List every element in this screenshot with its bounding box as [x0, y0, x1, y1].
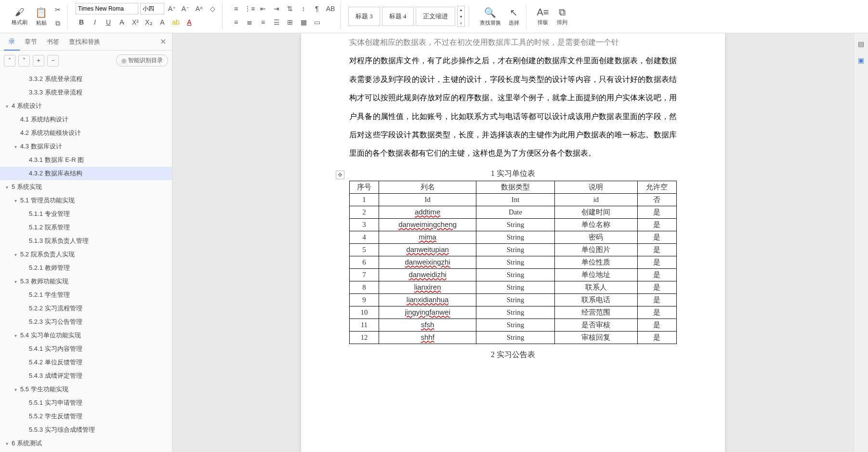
- font-size-select[interactable]: [140, 3, 164, 14]
- style-heading3[interactable]: 标题 3: [348, 7, 380, 26]
- smart-toc-button[interactable]: ◎ 智能识别目录: [116, 54, 168, 66]
- outline-item[interactable]: ▾5.2 院系负责人实现: [0, 248, 172, 261]
- table-cell[interactable]: String: [476, 231, 554, 243]
- align-left-button[interactable]: ≡: [230, 16, 242, 28]
- table-cell[interactable]: String: [476, 319, 554, 331]
- table-cell[interactable]: Int: [476, 193, 554, 206]
- table-cell[interactable]: 1: [350, 193, 379, 206]
- number-list-button[interactable]: ⋮≡: [244, 3, 255, 14]
- outline-item[interactable]: 4.1 系统结构设计: [0, 113, 172, 126]
- table-cell[interactable]: String: [476, 243, 554, 256]
- outline-item[interactable]: 3.3.3 系统登录流程: [0, 86, 172, 99]
- text-direction-button[interactable]: AB: [325, 3, 336, 14]
- table-cell[interactable]: 9: [350, 293, 379, 306]
- change-case-button[interactable]: Aᵃ: [193, 3, 205, 14]
- outline-item[interactable]: 3.3.2 系统登录流程: [0, 72, 172, 86]
- align-right-button[interactable]: ≡: [257, 16, 269, 28]
- outline-up-button[interactable]: ˄: [4, 55, 15, 66]
- outline-item[interactable]: ▾5.1 管理员功能实现: [0, 194, 172, 207]
- outline-item[interactable]: 5.4.2 单位反馈管理: [0, 356, 172, 369]
- outline-item[interactable]: 5.2.1 教师管理: [0, 261, 172, 275]
- table-cell[interactable]: danweidizhi: [379, 268, 476, 281]
- table-cell[interactable]: String: [476, 268, 554, 281]
- layout-button[interactable]: A≡ 排版: [534, 4, 552, 28]
- table-cell[interactable]: Date: [476, 206, 554, 218]
- bullet-list-button[interactable]: ≡: [230, 3, 242, 14]
- outline-item[interactable]: 4.3.2 数据库表结构: [0, 167, 172, 180]
- outline-item[interactable]: 4.2 系统功能模块设计: [0, 126, 172, 140]
- outline-item[interactable]: ▾4.3 数据库设计: [0, 140, 172, 153]
- border-button[interactable]: ▭: [311, 16, 323, 28]
- outline-item[interactable]: 5.1.1 专业管理: [0, 207, 172, 221]
- table-cell[interactable]: String: [476, 293, 554, 306]
- subscript-button[interactable]: X₂: [143, 16, 155, 28]
- grow-font-button[interactable]: A⁺: [166, 3, 178, 14]
- outline-item[interactable]: ▾5.4 实习单位功能实现: [0, 329, 172, 342]
- table-cell[interactable]: id: [554, 193, 637, 206]
- table-cell[interactable]: 11: [350, 319, 379, 331]
- table-cell[interactable]: 2: [350, 206, 379, 218]
- outline-item[interactable]: 5.4.3 成绩评定管理: [0, 369, 172, 383]
- table-cell[interactable]: 是: [637, 331, 676, 344]
- underline-button[interactable]: U: [103, 16, 114, 28]
- table-cell[interactable]: 6: [350, 256, 379, 268]
- outline-item[interactable]: ▾5 系统实现: [0, 180, 172, 194]
- table-cell[interactable]: 12: [350, 331, 379, 344]
- table-cell[interactable]: 密码: [554, 231, 637, 243]
- outline-item[interactable]: 5.2.1 学生管理: [0, 288, 172, 302]
- tab-bookmark[interactable]: 书签: [42, 34, 64, 50]
- table-cell[interactable]: danweixingzhi: [379, 256, 476, 268]
- copy-button[interactable]: ⧉: [52, 17, 64, 29]
- table-cell[interactable]: 是: [637, 206, 676, 218]
- table-cell[interactable]: 经营范围: [554, 306, 637, 319]
- table-cell[interactable]: sfsh: [379, 319, 476, 331]
- outline-item[interactable]: 6.1 测试的基本概念: [0, 450, 172, 452]
- table-cell[interactable]: 是否审核: [554, 319, 637, 331]
- sort-button[interactable]: ↕: [298, 3, 309, 14]
- outline-item[interactable]: 5.2.2 实习流程管理: [0, 302, 172, 315]
- table-cell[interactable]: 7: [350, 268, 379, 281]
- tab-find[interactable]: 查找和替换: [64, 34, 105, 50]
- show-marks-button[interactable]: ¶: [311, 3, 323, 14]
- table-cell[interactable]: String: [476, 256, 554, 268]
- table-cell[interactable]: 创建时间: [554, 206, 637, 218]
- table-cell[interactable]: 联系电话: [554, 293, 637, 306]
- table-cell[interactable]: 5: [350, 243, 379, 256]
- italic-button[interactable]: I: [89, 16, 101, 28]
- document-viewport[interactable]: 实体创建相应的数据表，不过在初次使用数据库工具的时候，是需要创建一个针 对程序的…: [172, 33, 854, 452]
- superscript-button[interactable]: X²: [130, 16, 141, 28]
- table-cell[interactable]: 10: [350, 306, 379, 319]
- table-cell[interactable]: jingyingfanwei: [379, 306, 476, 319]
- rail-icon-1[interactable]: ▤: [855, 38, 867, 50]
- table-cell[interactable]: 是: [637, 293, 676, 306]
- style-scroll[interactable]: ▴▾▿: [457, 6, 465, 27]
- table-cell[interactable]: danweitupian: [379, 243, 476, 256]
- table-cell[interactable]: String: [476, 331, 554, 344]
- align-center-button[interactable]: ≣: [244, 16, 255, 28]
- outline-item[interactable]: 5.2.3 实习公告管理: [0, 315, 172, 329]
- table-cell[interactable]: String: [476, 281, 554, 293]
- find-replace-button[interactable]: 🔍 查找替换: [477, 4, 504, 28]
- table-cell[interactable]: 审核回复: [554, 331, 637, 344]
- table-cell[interactable]: 是: [637, 306, 676, 319]
- distribute-button[interactable]: ⊞: [284, 16, 296, 28]
- arrange-button[interactable]: ⧉ 排列: [554, 4, 570, 28]
- outline-down-button[interactable]: ˅: [18, 55, 30, 66]
- bold-button[interactable]: B: [76, 16, 87, 28]
- outline-item[interactable]: 5.5.2 学生反馈管理: [0, 410, 172, 423]
- strike-button[interactable]: A̶: [116, 16, 128, 28]
- table-cell[interactable]: shhf: [379, 331, 476, 344]
- shading-button[interactable]: ▦: [298, 16, 309, 28]
- line-spacing-button[interactable]: ⇅: [284, 3, 296, 14]
- cut-button[interactable]: ✂: [52, 4, 64, 15]
- table-cell[interactable]: 单位名称: [554, 218, 637, 231]
- highlight-button[interactable]: ab: [170, 16, 182, 28]
- table-cell[interactable]: String: [476, 306, 554, 319]
- style-heading4[interactable]: 标题 4: [382, 7, 414, 26]
- table-cell[interactable]: 是: [637, 256, 676, 268]
- font-name-select[interactable]: [76, 3, 138, 14]
- table-cell[interactable]: 否: [637, 193, 676, 206]
- table-cell[interactable]: 单位地址: [554, 268, 637, 281]
- outline-item[interactable]: 5.4.1 实习内容管理: [0, 342, 172, 356]
- style-body-indent[interactable]: 正文缩进: [416, 7, 455, 26]
